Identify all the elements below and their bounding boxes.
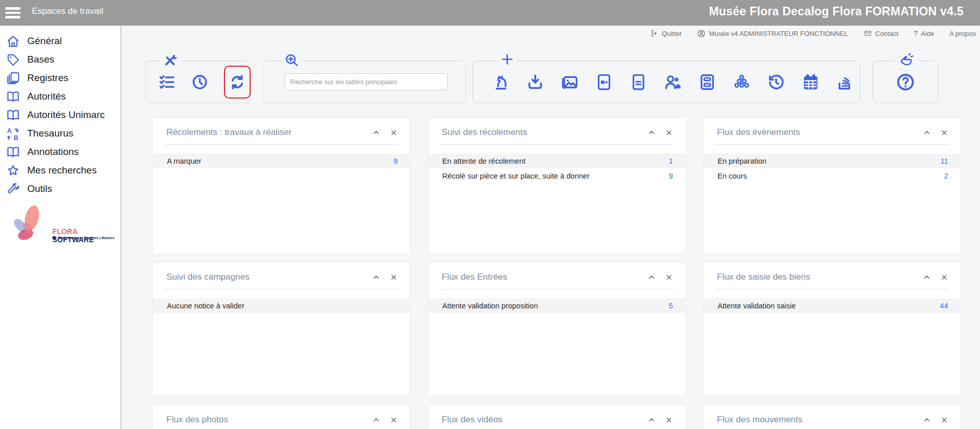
collapse-button[interactable] xyxy=(922,273,931,282)
open-book-icon xyxy=(6,108,20,122)
collapse-button[interactable] xyxy=(372,416,381,424)
widget-card: Suivi des campagnes Aucune notice à vali… xyxy=(153,263,410,395)
chess-knight-icon xyxy=(492,73,510,91)
sidebar-item-label: Bases xyxy=(27,54,54,65)
close-icon xyxy=(390,129,398,136)
list-item[interactable]: En cours 2 xyxy=(704,168,960,183)
contacts-button[interactable] xyxy=(664,73,682,91)
widget-card: Flux des vidéos xyxy=(428,405,685,429)
sidebar-item-label: Registres xyxy=(27,72,68,84)
close-button[interactable] xyxy=(665,129,673,136)
clock-icon xyxy=(191,73,209,91)
clock-button[interactable] xyxy=(191,73,209,91)
user-label: Musée v4 ADMINISTRATEUR FONCTIONNEL xyxy=(709,30,848,37)
tag-icon xyxy=(6,53,20,67)
chevron-up-icon xyxy=(922,416,931,424)
card-title: Flux des évènements xyxy=(717,127,800,138)
list-item[interactable]: Aucune notice à valider xyxy=(153,298,410,313)
close-icon xyxy=(665,274,673,281)
chevron-up-icon xyxy=(372,416,381,424)
collapse-button[interactable] xyxy=(922,128,931,137)
sidebar-item-label: Outils xyxy=(27,183,52,194)
close-button[interactable] xyxy=(940,274,948,281)
chess-knight-button[interactable] xyxy=(492,73,510,91)
calendar-icon xyxy=(801,73,820,91)
collapse-button[interactable] xyxy=(647,128,656,137)
close-button[interactable] xyxy=(665,274,673,281)
toolbar-group-search xyxy=(262,61,466,103)
close-icon xyxy=(390,274,398,281)
close-button[interactable] xyxy=(390,416,398,424)
help-circle-button[interactable] xyxy=(896,72,915,92)
help-link[interactable]: ? Aide xyxy=(914,29,934,37)
hamburger-menu-icon[interactable] xyxy=(5,5,23,21)
list-item[interactable]: Attente validation saisie 44 xyxy=(704,298,960,313)
list-item[interactable]: Récolé sur pièce et sur place, suite à d… xyxy=(428,168,685,183)
close-icon xyxy=(940,129,948,136)
registers-icon xyxy=(6,71,20,85)
sidebar-item-general[interactable]: Général xyxy=(0,32,121,50)
card-title: Suivi des récolements xyxy=(442,127,527,138)
sidebar-item-mes-recherches[interactable]: Mes recherches xyxy=(0,161,121,180)
help-circle-icon xyxy=(896,72,915,92)
user-icon xyxy=(697,29,706,38)
sidebar-item-registres[interactable]: Registres xyxy=(0,69,121,87)
list-item[interactable]: Attente validation proposition 5 xyxy=(428,298,685,313)
close-button[interactable] xyxy=(940,129,948,136)
close-button[interactable] xyxy=(390,129,398,136)
about-label: A propos xyxy=(950,30,976,37)
list-item[interactable]: A marquer 9 xyxy=(153,153,410,168)
collapse-button[interactable] xyxy=(647,416,656,424)
app-title: Musée Flora Decalog Flora FORMATION v4.5 xyxy=(709,0,964,23)
card-title: Flux des mouvements xyxy=(717,415,802,425)
chevron-up-icon xyxy=(372,273,381,282)
contacts-icon xyxy=(664,73,682,91)
user-menu[interactable]: Musée v4 ADMINISTRATEUR FONCTIONNEL xyxy=(697,29,848,38)
logout-icon xyxy=(650,29,658,37)
calendar-button[interactable] xyxy=(801,73,820,91)
collapse-button[interactable] xyxy=(372,128,381,137)
quit-link[interactable]: Quitter xyxy=(650,29,682,37)
import-button[interactable] xyxy=(526,73,544,91)
storage-cabinet-icon xyxy=(698,73,717,91)
widget-card: Flux des photos xyxy=(153,405,410,429)
sidebar-item-autorites[interactable]: Autorités xyxy=(0,87,121,106)
sidebar-item-label: Mes recherches xyxy=(27,165,97,176)
sidebar-item-annotations[interactable]: Annotations xyxy=(0,143,121,161)
card-title: Flux des Entrées xyxy=(442,272,507,282)
contact-label: Contact xyxy=(875,30,898,37)
sidebar-item-label: Autorités Unimarc xyxy=(27,109,105,121)
document-button[interactable] xyxy=(629,73,648,91)
list-item[interactable]: En attente de récolement 1 xyxy=(428,153,685,168)
history-button[interactable] xyxy=(767,73,785,91)
stack-button[interactable] xyxy=(836,73,854,91)
sidebar-item-outils[interactable]: Outils xyxy=(0,180,121,198)
sort-az-icon: A B xyxy=(6,127,20,141)
card-title: Flux des photos xyxy=(166,415,228,425)
card-title: Flux des vidéos xyxy=(442,415,502,425)
network-button[interactable] xyxy=(732,73,751,91)
refresh-button[interactable] xyxy=(229,73,246,91)
import-icon xyxy=(526,73,544,91)
list-item[interactable]: En préparation 11 xyxy=(704,153,960,168)
storage-cabinet-button[interactable] xyxy=(698,73,717,91)
collapse-button[interactable] xyxy=(372,273,381,282)
sidebar: Général Bases Registres xyxy=(0,26,121,429)
search-input[interactable] xyxy=(285,73,448,90)
sidebar-item-thesaurus[interactable]: A B Thesaurus xyxy=(0,124,121,143)
sidebar-item-bases[interactable]: Bases xyxy=(0,50,121,69)
video-file-icon xyxy=(595,73,613,91)
sidebar-item-autorites-unimarc[interactable]: Autorités Unimarc xyxy=(0,106,121,124)
video-file-button[interactable] xyxy=(595,73,613,91)
logo-dot xyxy=(52,236,56,240)
close-button[interactable] xyxy=(390,274,398,281)
contact-link[interactable]: Contact xyxy=(863,29,898,37)
close-button[interactable] xyxy=(665,416,673,424)
about-link[interactable]: A propos xyxy=(950,30,976,37)
task-list-button[interactable] xyxy=(158,73,176,91)
collapse-button[interactable] xyxy=(922,416,931,424)
collapse-button[interactable] xyxy=(647,273,656,282)
images-button[interactable] xyxy=(560,73,579,91)
header-links: Quitter Musée v4 ADMINISTRATEUR FONCTION… xyxy=(121,26,980,41)
close-button[interactable] xyxy=(940,416,948,424)
